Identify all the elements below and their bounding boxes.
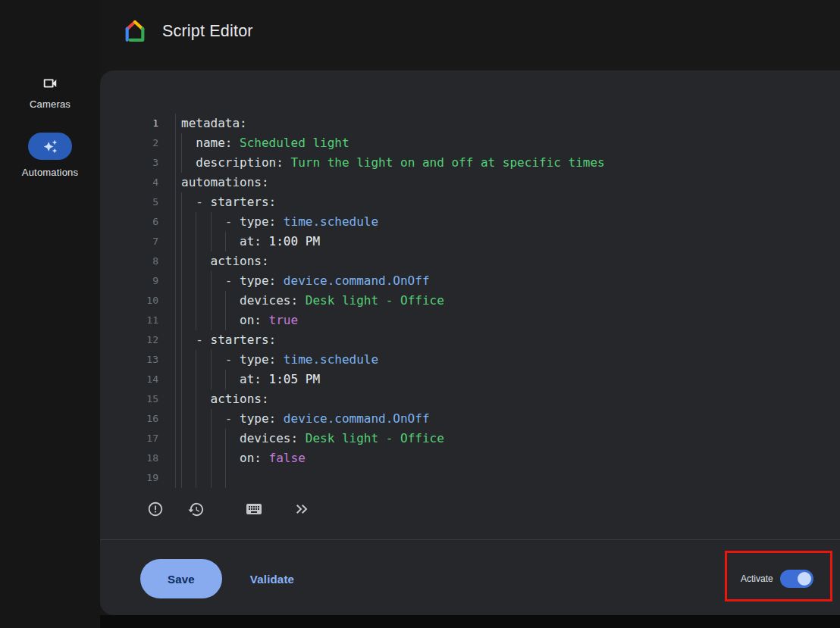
code-line[interactable]: actions: (181, 389, 840, 409)
code-line[interactable]: at: 1:05 PM (181, 370, 840, 389)
sidebar-item-label: Cameras (30, 98, 71, 110)
activate-group: Activate (741, 570, 813, 588)
keyboard-icon[interactable] (245, 500, 263, 518)
code-line[interactable]: - type: time.schedule (181, 350, 840, 370)
code-line[interactable]: metadata: (181, 114, 840, 133)
line-number: 7 (100, 232, 158, 252)
line-number: 5 (100, 192, 158, 212)
line-number: 14 (100, 370, 158, 389)
app-header: Script Editor (100, 0, 840, 62)
automations-active-pill (28, 133, 72, 160)
toggle-thumb (798, 572, 811, 586)
code-line[interactable]: - type: device.command.OnOff (181, 271, 840, 291)
code-line[interactable]: automations: (181, 173, 840, 192)
divider (100, 539, 840, 540)
code-line[interactable]: name: Scheduled light (181, 133, 840, 153)
line-number: 6 (100, 212, 158, 232)
sparkle-icon (43, 139, 58, 154)
code-line[interactable]: devices: Desk light - Office (181, 429, 840, 448)
sidebar-item-label: Automations (22, 167, 78, 178)
error-outline-icon[interactable] (146, 500, 165, 518)
bottom-strip (100, 615, 840, 628)
save-button[interactable]: Save (140, 559, 222, 598)
line-number: 4 (100, 173, 158, 192)
code-lines: metadata: name: Scheduled light descript… (176, 114, 840, 488)
code-line[interactable]: devices: Desk light - Office (181, 291, 840, 311)
code-line[interactable]: actions: (181, 252, 840, 271)
code-line[interactable]: at: 1:00 PM (181, 232, 840, 252)
line-number: 9 (100, 271, 158, 291)
footer-bar: Save Validate Activate (100, 559, 840, 598)
double-chevron-right-icon[interactable] (293, 500, 311, 518)
line-number: 8 (100, 252, 158, 271)
code-line[interactable]: - type: device.command.OnOff (181, 409, 840, 429)
code-line[interactable]: on: false (181, 448, 840, 468)
history-icon[interactable] (186, 500, 205, 518)
code-line[interactable]: on: true (181, 311, 840, 330)
google-home-logo[interactable] (124, 20, 146, 42)
page-title: Script Editor (162, 22, 253, 41)
validate-button[interactable]: Validate (250, 573, 294, 586)
code-editor[interactable]: 12345678910111213141516171819 metadata: … (100, 114, 840, 488)
line-number: 19 (100, 468, 158, 488)
code-line[interactable]: - type: time.schedule (181, 212, 840, 232)
script-editor-panel: 12345678910111213141516171819 metadata: … (100, 70, 840, 615)
sidebar-item-automations[interactable]: Automations (22, 133, 78, 178)
activate-toggle[interactable] (780, 570, 813, 588)
line-number: 13 (100, 350, 158, 370)
code-line[interactable] (181, 468, 840, 488)
line-number: 3 (100, 153, 158, 173)
gutter: 12345678910111213141516171819 (100, 114, 176, 488)
sidebar-item-cameras[interactable]: Cameras (30, 75, 71, 110)
code-line[interactable]: description: Turn the light on and off a… (181, 153, 840, 173)
line-number: 1 (100, 114, 158, 133)
activate-label: Activate (741, 573, 773, 584)
line-number: 16 (100, 409, 158, 429)
sidebar: Cameras Automations (0, 0, 100, 628)
line-number: 11 (100, 311, 158, 330)
line-number: 18 (100, 448, 158, 468)
camera-icon (42, 75, 58, 92)
editor-toolbar (100, 492, 840, 526)
line-number: 2 (100, 133, 158, 153)
code-line[interactable]: - starters: (181, 192, 840, 212)
line-number: 12 (100, 330, 158, 350)
line-number: 10 (100, 291, 158, 311)
code-line[interactable]: - starters: (181, 330, 840, 350)
line-number: 15 (100, 389, 158, 409)
line-number: 17 (100, 429, 158, 448)
